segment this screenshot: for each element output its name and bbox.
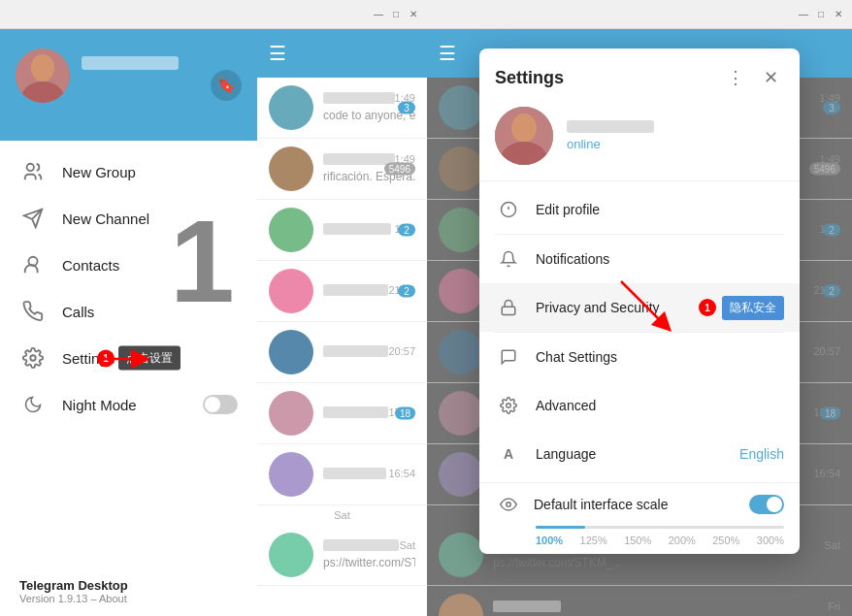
unread-badge: 2 [823,285,840,298]
bookmark-icon[interactable]: 🔖 [211,70,242,101]
avatar[interactable] [16,49,70,103]
eye-icon [495,491,522,518]
svg-point-7 [511,113,537,143]
scale-option-300[interactable]: 300% [757,535,784,546]
close-settings-icon[interactable]: ✕ [757,64,784,91]
sidebar-item-calls[interactable]: Calls [0,288,257,335]
svg-point-3 [27,164,34,171]
settings-item-edit-profile[interactable]: Edit profile [479,185,800,234]
unread-badge: 5496 [384,163,415,176]
scale-option-250[interactable]: 250% [712,535,739,546]
chat-item[interactable]: 16:54 [257,444,427,505]
svg-point-14 [507,503,511,507]
unread-badge: 3 [823,102,840,114]
chat-content: Fri 将于2020年4月开播... [493,600,840,617]
privacy-annotation-text: 隐私安全 [722,296,784,320]
moon-icon [19,391,47,418]
calls-label: Calls [62,304,94,320]
chat-content: Sat ps://twitter.com/STKM_... [323,539,415,570]
channel-icon [19,205,47,232]
sidebar-item-new-group[interactable]: New Group [0,148,257,195]
unread-badge: 2 [823,224,840,237]
chat-name [323,406,388,418]
profile-name-bar [82,56,179,70]
chat-name [323,223,391,235]
more-options-icon[interactable]: ⋮ [722,64,749,91]
edit-profile-label: Edit profile [536,202,784,217]
chat-time: 20:57 [813,345,840,357]
right-maximize-button[interactable]: □ [815,9,827,20]
chat-time: 20:57 [388,345,415,357]
chat-item[interactable]: Sat ps://twitter.com/STKM_... [257,525,427,586]
contacts-icon [19,251,47,278]
svg-rect-12 [502,307,515,314]
profile-info [82,49,242,70]
chat-avatar [439,269,483,313]
settings-item-language[interactable]: A Language English [479,430,800,478]
settings-header-actions: ⋮ ✕ [722,64,784,91]
night-mode-label: Night Mode [62,397,203,413]
unread-badge: 18 [820,407,840,420]
settings-badge: 1 [97,349,115,367]
chat-avatar [439,146,483,191]
maximize-button[interactable]: □ [390,9,402,20]
svg-point-5 [30,355,36,361]
sidebar-item-night-mode[interactable]: Night Mode [0,381,257,428]
chat-item[interactable]: 1:49 code to anyone, eve... 3 [257,78,427,139]
scale-bar[interactable] [536,526,784,529]
chat-item[interactable]: 1:34 2 [257,200,427,261]
settings-item-privacy[interactable]: Privacy and Security 1 隐私安全 [479,283,800,332]
scale-toggle[interactable] [749,495,784,514]
chat-name [493,600,561,612]
settings-item-notifications[interactable]: Notifications [479,235,800,283]
settings-avatar[interactable] [495,107,553,165]
right-window: — □ ✕ ☰ 1:49 code to anyone, eve... 3 [427,0,852,616]
scale-bar-container [479,522,800,535]
chat-time: Sat [399,539,415,551]
chat-name [323,345,388,357]
settings-item-chat[interactable]: Chat Settings [479,333,800,381]
chat-settings-label: Chat Settings [536,349,784,365]
calls-icon [19,298,47,325]
scale-option-125[interactable]: 125% [580,535,607,546]
toggle-thumb [205,397,220,412]
chat-item[interactable]: 20:57 [257,322,427,383]
svg-point-13 [507,404,511,408]
date-separator: Sat [257,505,427,525]
right-close-button[interactable]: ✕ [833,9,844,20]
right-minimize-button[interactable]: — [798,9,809,20]
chat-content: 20:57 [323,345,415,359]
chat-avatar [269,452,313,497]
chat-avatar [269,391,313,436]
scale-option-150[interactable]: 150% [624,535,651,546]
advanced-label: Advanced [536,398,784,413]
scale-option-100[interactable]: 100% [536,535,563,546]
settings-item-advanced[interactable]: Advanced [479,381,800,430]
chat-avatar [439,85,483,130]
sidebar-item-settings[interactable]: Settings 1 点击设置 [0,335,257,381]
scale-section: Default interface scale [479,483,800,522]
right-title-bar: — □ ✕ [427,0,852,29]
language-icon: A [495,440,522,468]
settings-icon [19,344,47,372]
close-button[interactable]: ✕ [408,9,419,20]
settings-annotation-text: 点击设置 [118,346,180,371]
chat-item[interactable]: 21:06 2 [257,261,427,322]
unread-badge: 2 [398,224,415,237]
chat-item[interactable]: 17:30 18 [257,383,427,444]
sidebar-item-contacts[interactable]: Contacts [0,242,257,288]
settings-annotation: 1 点击设置 [97,346,180,371]
chat-list-area: ☰ 1:49 code to anyone, eve... 3 1:49 ri [257,29,427,616]
sidebar-item-new-channel[interactable]: New Channel [0,195,257,242]
bell-icon [495,245,522,273]
hamburger-icon[interactable]: ☰ [269,42,286,65]
minimize-button[interactable]: — [373,9,384,20]
scale-option-200[interactable]: 200% [669,535,696,546]
chat-name [323,284,388,296]
chat-item[interactable]: 1:49 rificación. Espera... 5496 [257,139,427,200]
night-mode-toggle[interactable] [203,395,238,414]
chat-avatar [439,330,483,374]
right-hamburger-icon[interactable]: ☰ [439,42,456,65]
chat-avatar [269,208,313,252]
chat-name [323,468,386,479]
